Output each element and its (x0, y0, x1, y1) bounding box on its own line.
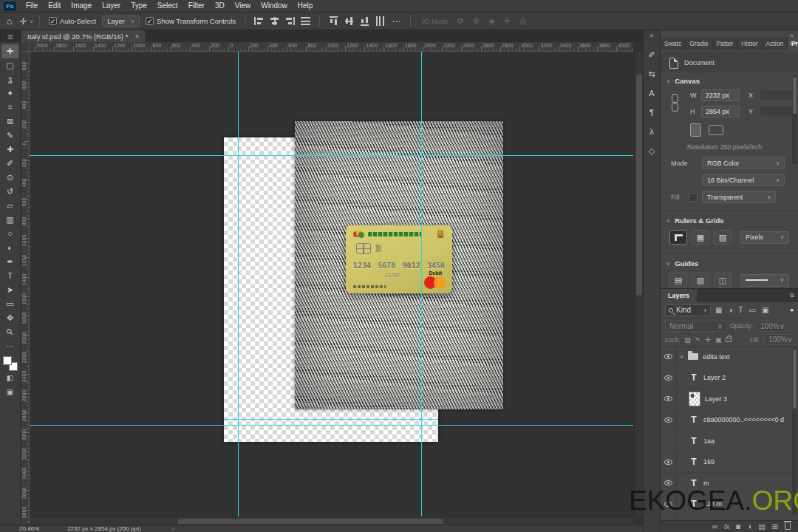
menu-3d[interactable]: 3D (210, 0, 230, 12)
photoshop-logo-icon[interactable]: Ps (4, 1, 16, 11)
document-tab[interactable]: Italy id.psd @ 20.7% (RGB/16) * × (21, 30, 145, 42)
layer-row-4[interactable]: T1aa (661, 431, 798, 452)
layer-row-8[interactable]: T01.01.1990 (661, 515, 798, 520)
tool-dodge-icon[interactable]: ◐ (1, 241, 18, 255)
tab-layers[interactable]: Layers (661, 289, 697, 302)
tab-patter[interactable]: Patter (713, 37, 738, 50)
menu-help[interactable]: Help (293, 0, 318, 12)
vertical-scrollbar[interactable] (634, 52, 643, 516)
rulers-grids-section-header[interactable]: ∨Rulers & Grids (661, 212, 798, 228)
tool-history-brush-icon[interactable]: ↺ (1, 185, 18, 199)
foreground-background-colors[interactable] (3, 356, 18, 371)
clear-guides-button[interactable]: ◫ (714, 273, 732, 287)
lock-all-icon[interactable] (726, 338, 732, 342)
toggle-rulers-button[interactable] (669, 230, 687, 245)
layer-visibility-toggle[interactable] (661, 410, 677, 431)
foreground-color-swatch[interactable] (3, 356, 12, 365)
guide-horizontal-2[interactable] (30, 425, 633, 426)
filter-adjustment-layers-icon[interactable]: ◑ (728, 306, 732, 314)
tool-brush-icon[interactable]: ✐ (1, 157, 18, 171)
filter-pixel-layers-icon[interactable]: ▦ (715, 306, 722, 314)
layer-row-0[interactable]: ∨edita text (661, 347, 798, 368)
menu-window[interactable]: Window (256, 0, 293, 12)
layer-row-5[interactable]: T169 (661, 452, 798, 474)
auto-select-target-select[interactable]: Layer ∨ (102, 16, 140, 27)
tool-type-icon[interactable]: T (1, 269, 18, 283)
layer-effects-icon[interactable]: fx (724, 522, 729, 532)
layer-visibility-toggle[interactable] (661, 494, 677, 515)
add-horizontal-guide-button[interactable]: ▤ (669, 273, 687, 287)
link-layers-icon[interactable]: ∞ (712, 522, 717, 532)
guide-vertical-2[interactable] (421, 52, 422, 516)
align-middle-icon[interactable] (345, 16, 353, 26)
tool-eyedropper-icon[interactable]: ✎ (1, 129, 18, 143)
layer-visibility-toggle[interactable] (661, 515, 677, 520)
tool-frame-icon[interactable]: ⊠ (1, 115, 18, 129)
width-input[interactable]: 2232 px (701, 89, 740, 101)
collapse-panels-icon[interactable]: « (790, 32, 794, 39)
menu-filter[interactable]: Filter (183, 0, 210, 12)
layer-row-3[interactable]: Tc8a0000000..<<<<<<<<0 d (661, 410, 798, 432)
layer-visibility-toggle[interactable] (661, 431, 677, 451)
collapse-panels-icon[interactable]: « (649, 32, 653, 39)
menu-image[interactable]: Image (66, 0, 97, 12)
filter-smart-objects-icon[interactable]: ▣ (762, 306, 768, 314)
paragraph-panel-icon[interactable]: ¶ (644, 105, 659, 120)
filter-toggle-icon[interactable]: ● (790, 307, 794, 313)
tool-lasso-icon[interactable]: ʓ (1, 72, 18, 86)
canvas[interactable]: ))) 1234567890123456 12/07 Debit (30, 52, 633, 516)
character-panel-icon[interactable]: A (644, 86, 659, 100)
zoom-level[interactable]: 20.46% (19, 525, 39, 532)
lock-position-icon[interactable]: ✛ (705, 336, 711, 344)
layer-filter-kind-select[interactable]: Kind ∨ (665, 304, 711, 316)
expand-caret-icon[interactable]: ∨ (680, 354, 683, 360)
portrait-orientation-button[interactable] (690, 123, 701, 137)
ruler-origin-corner[interactable] (21, 42, 30, 52)
tool-move-icon[interactable]: ✛ (1, 44, 18, 58)
adjustment-layer-icon[interactable]: ◑ (747, 522, 751, 532)
units-select[interactable]: Pixels∨ (740, 231, 789, 244)
tool-shape-icon[interactable]: ▭ (1, 297, 18, 311)
more-align-options-icon[interactable]: ⋯ (392, 16, 400, 27)
align-left-icon[interactable] (254, 17, 264, 25)
tool-pen-icon[interactable]: ✒ (1, 255, 18, 269)
layer-visibility-toggle[interactable] (661, 389, 677, 409)
tool-gradient-icon[interactable]: ▥ (1, 213, 18, 227)
layer-row-6[interactable]: Tm (661, 473, 798, 494)
brush-settings-icon[interactable]: ✐ (644, 47, 659, 62)
menu-view[interactable]: View (230, 0, 256, 12)
guide-horizontal-3[interactable] (224, 419, 438, 420)
toggle-pixel-grid-button[interactable]: ▨ (714, 230, 732, 245)
align-center-horizontal-icon[interactable] (270, 17, 279, 25)
align-top-icon[interactable] (330, 16, 338, 26)
screen-mode-icon[interactable]: ▣ (1, 385, 18, 399)
quick-mask-icon[interactable]: ◧ (1, 371, 18, 385)
add-vertical-guide-button[interactable]: ▥ (692, 273, 709, 287)
tool-blur-icon[interactable]: ○ (1, 227, 18, 241)
layer-visibility-toggle[interactable] (661, 473, 677, 494)
layers-menu-icon[interactable]: ≡ (790, 291, 794, 299)
lock-transparency-icon[interactable]: ▨ (684, 336, 691, 344)
filter-shape-layers-icon[interactable]: ▭ (749, 306, 756, 314)
tool-clone-stamp-icon[interactable]: ⊙ (1, 171, 18, 185)
layers-scrollbar[interactable] (792, 348, 797, 515)
tool-quick-selection-icon[interactable]: ✦ (1, 86, 18, 100)
bit-depth-select[interactable]: 16 Bits/Channel∨ (702, 174, 785, 186)
vertical-ruler[interactable]: 8006004002000200400600800100012001400160… (21, 52, 30, 525)
layer-visibility-toggle[interactable] (661, 347, 677, 367)
horizontal-scrollbar[interactable] (30, 516, 634, 525)
fill-checkbox[interactable] (689, 193, 698, 202)
menu-edit[interactable]: Edit (43, 0, 66, 12)
landscape-orientation-button[interactable] (709, 125, 723, 135)
height-input[interactable]: 2854 px (701, 106, 740, 117)
show-transform-checkbox[interactable]: ✓ Show Transform Controls (146, 17, 236, 25)
layer-row-2[interactable]: Layer 3 (661, 389, 798, 410)
new-layer-icon[interactable]: ⊞ (772, 522, 778, 532)
canvas-section-header[interactable]: ∨ Canvas (661, 72, 798, 88)
auto-select-checkbox[interactable]: ✓ Auto-Select (49, 17, 96, 25)
lock-pixels-icon[interactable]: ✎ (695, 336, 701, 344)
horizontal-ruler[interactable]: 2000180016001400120010008006004002000200… (30, 42, 633, 52)
scrollbar-thumb[interactable] (636, 74, 642, 296)
layer-visibility-toggle[interactable] (661, 368, 677, 389)
menu-file[interactable]: File (21, 0, 43, 12)
